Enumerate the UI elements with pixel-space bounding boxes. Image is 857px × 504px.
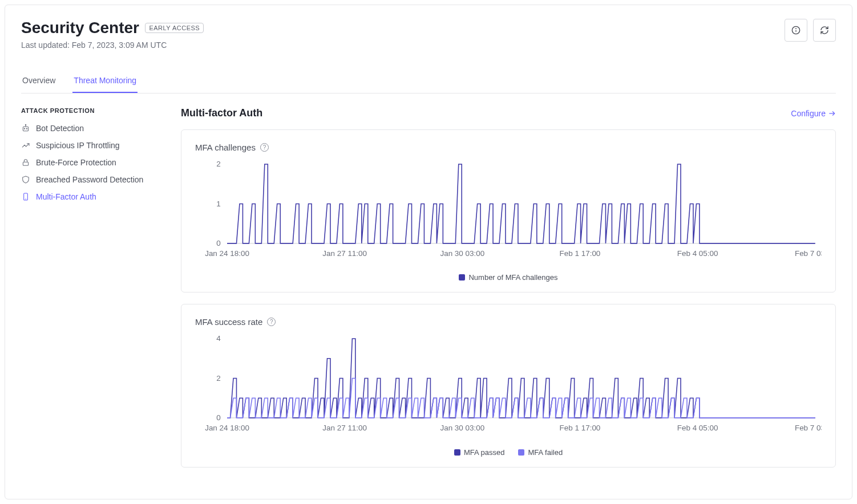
svg-text:Feb 7 03:00: Feb 7 03:00: [795, 249, 822, 258]
card-title-text: MFA challenges: [195, 143, 256, 152]
bot-icon: [21, 124, 30, 133]
svg-text:Jan 30 03:00: Jan 30 03:00: [440, 249, 484, 258]
main-content: Multi-factor Auth Configure MFA challeng…: [181, 107, 836, 479]
info-button[interactable]: [785, 19, 807, 42]
sidebar-item-label: Suspicious IP Throttling: [36, 141, 120, 150]
configure-label: Configure: [791, 109, 826, 118]
svg-text:0: 0: [216, 239, 220, 247]
legend-item: Number of MFA challenges: [459, 273, 557, 282]
tab-threat-monitoring[interactable]: Threat Monitoring: [72, 70, 138, 93]
sidebar-item-label: Brute-Force Protection: [36, 158, 116, 167]
sidebar-item-brute-force[interactable]: Brute-Force Protection: [21, 154, 158, 171]
card-mfa-challenges: MFA challenges ? 012Jan 24 18:00Jan 27 1…: [181, 129, 836, 292]
card-mfa-success: MFA success rate ? 024Jan 24 18:00Jan 27…: [181, 304, 836, 467]
legend-item: MFA failed: [518, 448, 563, 457]
chart-legend: MFA passedMFA failed: [195, 448, 822, 457]
header-actions: [785, 19, 836, 42]
early-access-badge: EARLY ACCESS: [145, 23, 204, 33]
body: ATTACK PROTECTION Bot Detection Suspicio…: [21, 107, 836, 479]
svg-point-7: [25, 124, 26, 125]
svg-rect-8: [23, 162, 28, 165]
svg-text:Jan 30 03:00: Jan 30 03:00: [440, 424, 484, 433]
chart-mfa-challenges: 012Jan 24 18:00Jan 27 11:00Jan 30 03:00F…: [195, 159, 822, 282]
svg-text:0: 0: [216, 414, 220, 422]
svg-text:Jan 24 18:00: Jan 24 18:00: [205, 424, 249, 433]
svg-text:Jan 27 11:00: Jan 27 11:00: [322, 249, 367, 258]
title-block: Security Center EARLY ACCESS Last update…: [21, 19, 204, 50]
svg-text:2: 2: [216, 374, 220, 383]
svg-text:Jan 24 18:00: Jan 24 18:00: [205, 249, 249, 258]
sidebar-item-label: Multi-Factor Auth: [36, 192, 96, 201]
svg-text:Feb 7 03:00: Feb 7 03:00: [795, 424, 822, 433]
card-title-text: MFA success rate: [195, 317, 262, 327]
chart-mfa-success: 024Jan 24 18:00Jan 27 11:00Jan 30 03:00F…: [195, 334, 822, 456]
lock-icon: [21, 158, 30, 167]
sidebar-heading: ATTACK PROTECTION: [21, 107, 158, 114]
svg-text:Feb 4 05:00: Feb 4 05:00: [677, 249, 718, 258]
svg-point-5: [26, 128, 27, 129]
device-icon: [21, 192, 30, 201]
legend-item: MFA passed: [454, 448, 505, 457]
svg-text:2: 2: [216, 160, 220, 168]
help-icon[interactable]: ?: [260, 143, 269, 152]
svg-point-2: [796, 29, 797, 29]
sidebar-item-label: Bot Detection: [36, 124, 84, 133]
help-icon[interactable]: ?: [267, 318, 276, 326]
refresh-icon: [820, 26, 829, 35]
shield-icon: [21, 175, 30, 184]
svg-text:Feb 4 05:00: Feb 4 05:00: [677, 424, 718, 433]
main-header: Multi-factor Auth Configure: [181, 107, 836, 119]
sidebar-item-suspicious-ip[interactable]: Suspicious IP Throttling: [21, 137, 158, 154]
chart-legend: Number of MFA challenges: [195, 273, 822, 282]
last-updated-label: Last updated: Feb 7, 2023, 3:09 AM UTC: [21, 40, 204, 50]
card-title-mfa-challenges: MFA challenges ?: [195, 143, 822, 152]
refresh-button[interactable]: [813, 19, 836, 42]
sidebar-item-mfa[interactable]: Multi-Factor Auth: [21, 188, 158, 205]
app-frame: Security Center EARLY ACCESS Last update…: [5, 5, 852, 499]
svg-text:Feb 1 17:00: Feb 1 17:00: [560, 249, 601, 258]
tabs: Overview Threat Monitoring: [21, 70, 836, 94]
page-title: Security Center: [21, 19, 139, 37]
configure-link[interactable]: Configure: [791, 109, 836, 118]
svg-text:1: 1: [216, 200, 220, 208]
card-title-mfa-success: MFA success rate ?: [195, 317, 822, 327]
info-icon: [791, 26, 801, 35]
arrow-right-icon: [828, 109, 836, 117]
page-header: Security Center EARLY ACCESS Last update…: [21, 19, 836, 50]
sidebar-item-label: Breached Password Detection: [36, 175, 143, 184]
svg-text:Feb 1 17:00: Feb 1 17:00: [560, 424, 601, 433]
tab-overview[interactable]: Overview: [21, 70, 56, 93]
svg-rect-3: [23, 127, 28, 131]
svg-point-4: [24, 128, 25, 129]
section-title: Multi-factor Auth: [181, 107, 262, 119]
svg-text:Jan 27 11:00: Jan 27 11:00: [322, 424, 367, 433]
trend-icon: [21, 141, 30, 150]
sidebar-item-bot-detection[interactable]: Bot Detection: [21, 120, 158, 137]
sidebar-item-breached-password[interactable]: Breached Password Detection: [21, 171, 158, 188]
svg-text:4: 4: [216, 335, 221, 343]
sidebar: ATTACK PROTECTION Bot Detection Suspicio…: [21, 107, 158, 479]
